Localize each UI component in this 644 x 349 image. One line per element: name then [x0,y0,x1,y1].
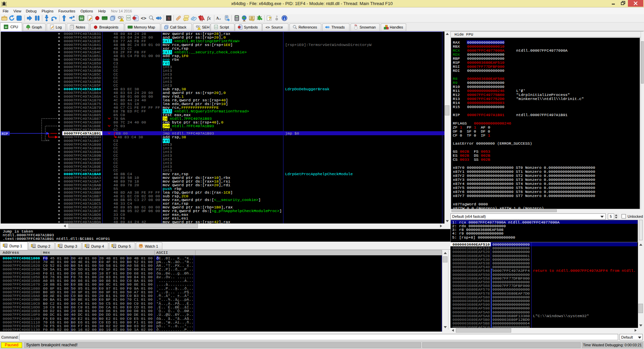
svg-text:<>: <> [265,25,270,30]
svg-text:<>: <> [215,26,217,29]
svg-text:S: S [168,16,170,21]
svg-text:RIP: RIP [2,132,8,136]
svg-text:?: ? [269,16,271,21]
svg-text:<>: <> [141,15,147,21]
svg-text:<>: <> [127,16,130,19]
svg-text:!: ! [121,19,122,21]
svg-text:64: 64 [5,26,7,28]
svg-text:64: 64 [80,17,83,19]
svg-text:i: i [284,16,285,20]
svg-text:z: z [219,17,221,20]
svg-text:A: A [216,16,219,20]
svg-text:?: ? [276,15,278,18]
svg-text:fx: fx [207,15,211,21]
